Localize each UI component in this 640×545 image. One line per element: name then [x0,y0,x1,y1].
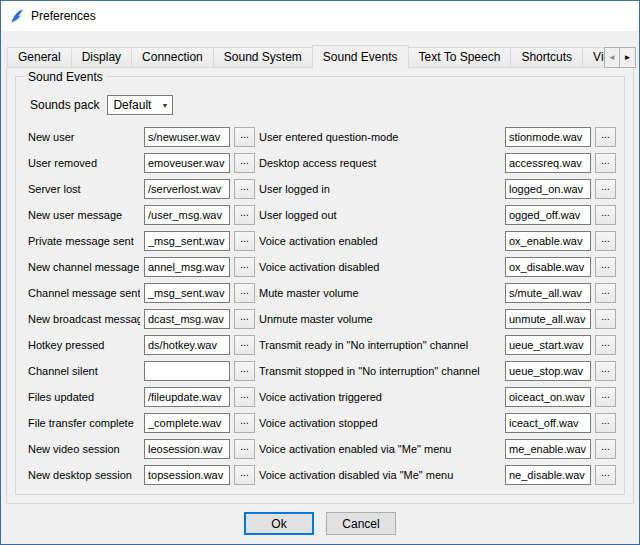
sound-event-label: New broadcast message [28,309,140,329]
browse-button[interactable]: ... [595,205,616,225]
sound-file-input[interactable] [144,283,230,303]
sound-file-input[interactable] [505,465,591,485]
sound-event-label: New desktop session [28,465,140,485]
sound-event-label: New user message [28,205,140,225]
sound-file-input[interactable] [144,257,230,277]
sound-event-label: Private message sent [28,231,140,251]
sound-event-label: Channel message sent [28,283,140,303]
tab-general[interactable]: General [7,47,72,68]
sound-file-input[interactable] [505,205,591,225]
tab-sound-events[interactable]: Sound Events [312,45,409,68]
chevron-down-icon: ▼ [161,102,168,109]
window-title: Preferences [31,9,96,23]
preferences-window: Preferences GeneralDisplayConnectionSoun… [0,0,640,545]
sound-file-input[interactable] [505,387,591,407]
sound-file-input[interactable] [144,335,230,355]
sound-event-label: Transmit stopped in "No interruption" ch… [259,361,501,381]
sound-file-input[interactable] [505,335,591,355]
titlebar[interactable]: Preferences [1,1,639,31]
sound-event-label: User logged out [259,205,501,225]
browse-button[interactable]: ... [234,387,255,407]
browse-button[interactable]: ... [595,387,616,407]
sound-file-input[interactable] [144,309,230,329]
sound-file-input[interactable] [505,361,591,381]
sound-file-input[interactable] [505,127,591,147]
browse-button[interactable]: ... [595,413,616,433]
browse-button[interactable]: ... [595,361,616,381]
sounds-pack-value: Default [113,98,151,112]
sound-file-input[interactable] [144,361,230,381]
sounds-pack-select[interactable]: Default ▼ [107,95,173,115]
sound-event-label: Desktop access request [259,153,501,173]
tab-bar-tabs: GeneralDisplayConnectionSound SystemSoun… [7,45,619,68]
browse-button[interactable]: ... [234,127,255,147]
sound-event-label: User entered question-mode [259,127,501,147]
browse-button[interactable]: ... [595,179,616,199]
sound-file-input[interactable] [505,257,591,277]
sound-event-label: Voice activation stopped [259,413,501,433]
sound-file-input[interactable] [144,387,230,407]
sound-file-input[interactable] [505,309,591,329]
sound-event-label: New video session [28,439,140,459]
tab-page-sound-events: Sound Events Sounds pack Default ▼ New u… [6,67,634,504]
browse-button[interactable]: ... [234,439,255,459]
sound-file-input[interactable] [505,439,591,459]
sound-event-label: Server lost [28,179,140,199]
cancel-button[interactable]: Cancel [326,512,396,535]
tab-bar: GeneralDisplayConnectionSound SystemSoun… [7,45,639,68]
browse-button[interactable]: ... [234,465,255,485]
sound-file-input[interactable] [144,231,230,251]
sounds-pack-label: Sounds pack [30,98,99,112]
tab-scroll-left-icon[interactable]: ◄ [604,47,620,68]
browse-button[interactable]: ... [595,335,616,355]
tab-shortcuts[interactable]: Shortcuts [511,47,583,68]
sounds-pack-row: Sounds pack Default ▼ [30,95,616,115]
sound-file-input[interactable] [144,439,230,459]
browse-button[interactable]: ... [595,257,616,277]
browse-button[interactable]: ... [234,309,255,329]
browse-button[interactable]: ... [595,465,616,485]
sound-event-label: New channel message [28,257,140,277]
tab-display[interactable]: Display [72,47,132,68]
tab-scroll-right-icon[interactable]: ► [620,47,636,68]
tab-connection[interactable]: Connection [132,47,214,68]
browse-button[interactable]: ... [234,205,255,225]
browse-button[interactable]: ... [234,413,255,433]
sound-file-input[interactable] [144,127,230,147]
sound-file-input[interactable] [505,413,591,433]
sound-event-label: User logged in [259,179,501,199]
browse-button[interactable]: ... [234,361,255,381]
sound-file-input[interactable] [505,179,591,199]
browse-button[interactable]: ... [595,153,616,173]
sound-events-grid: New user ... User entered question-mode … [28,127,616,485]
browse-button[interactable]: ... [595,231,616,251]
browse-button[interactable]: ... [595,283,616,303]
sound-file-input[interactable] [144,413,230,433]
browse-button[interactable]: ... [234,231,255,251]
dialog-footer: Ok Cancel [1,504,639,544]
browse-button[interactable]: ... [234,153,255,173]
browse-button[interactable]: ... [234,257,255,277]
sound-event-label: Mute master volume [259,283,501,303]
sound-file-input[interactable] [505,283,591,303]
sound-file-input[interactable] [144,153,230,173]
browse-button[interactable]: ... [595,439,616,459]
sound-file-input[interactable] [505,153,591,173]
sound-file-input[interactable] [505,231,591,251]
tab-sound-system[interactable]: Sound System [214,47,313,68]
browse-button[interactable]: ... [234,179,255,199]
app-icon [9,8,25,24]
sound-file-input[interactable] [144,179,230,199]
browse-button[interactable]: ... [595,127,616,147]
browse-button[interactable]: ... [234,335,255,355]
browse-button[interactable]: ... [595,309,616,329]
tab-text-to-speech[interactable]: Text To Speech [409,47,512,68]
sound-file-input[interactable] [144,465,230,485]
sound-file-input[interactable] [144,205,230,225]
browse-button[interactable]: ... [234,283,255,303]
ok-button[interactable]: Ok [244,512,314,535]
sound-event-label: User removed [28,153,140,173]
sound-event-label: New user [28,127,140,147]
sound-event-label: Voice activation disabled via "Me" menu [259,465,501,485]
groupbox-legend: Sound Events [24,70,107,84]
